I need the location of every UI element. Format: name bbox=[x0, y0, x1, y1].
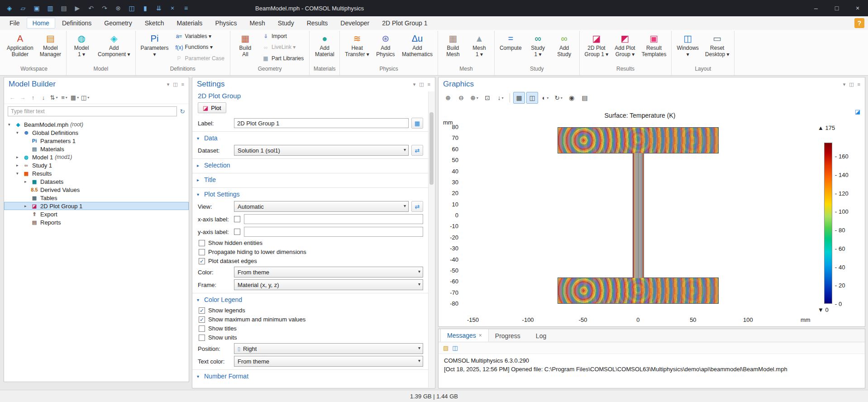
messages-tab[interactable]: Log bbox=[529, 330, 555, 342]
color-theme-button[interactable]: ↻ bbox=[553, 92, 564, 104]
menu-tab[interactable]: 2D Plot Group 1 bbox=[376, 18, 433, 29]
add-material-button[interactable]: ● Add Material bbox=[311, 31, 338, 64]
yaxis-input[interactable] bbox=[244, 227, 423, 237]
delete-icon[interactable]: × bbox=[167, 2, 178, 14]
parameters-button[interactable]: Pi Parameters ▾ bbox=[138, 31, 172, 64]
view-dropdown[interactable]: Automatic bbox=[234, 201, 409, 212]
plot-dataset-edges-checkbox[interactable] bbox=[199, 258, 205, 264]
copy-log-icon[interactable]: ◫ bbox=[452, 345, 458, 351]
float-panel-icon[interactable]: ◫ bbox=[849, 81, 854, 87]
float-panel-icon[interactable]: ◫ bbox=[173, 81, 177, 87]
model-1-button[interactable]: ◍ Model 1 ▾ bbox=[68, 31, 95, 64]
graphics-context-icon[interactable]: ◪ bbox=[855, 108, 860, 115]
menu-tab[interactable]: Developer bbox=[334, 18, 375, 29]
scene-light-button[interactable]: ◐ bbox=[539, 92, 551, 104]
undo-icon[interactable]: ↶ bbox=[85, 2, 97, 14]
open-icon[interactable]: ▱ bbox=[17, 2, 29, 14]
tree-item-results[interactable]: ▾ ▦ Results bbox=[4, 169, 189, 177]
panel-menu-icon[interactable]: ≡ bbox=[428, 81, 430, 87]
expand-icon[interactable]: ▾ bbox=[16, 130, 22, 135]
tree-item-materials[interactable]: ▤ Materials bbox=[4, 145, 189, 153]
plot-group-button[interactable]: ◪ 2D Plot Group 1 ▾ bbox=[582, 31, 612, 64]
tree-item-root[interactable]: ▾ ◈ BeamModel.mph (root) bbox=[4, 120, 189, 129]
tree-item-datasets[interactable]: ▸ ▦ Datasets bbox=[4, 177, 189, 186]
show-hidden-entities-checkbox[interactable] bbox=[199, 240, 205, 246]
move-up-button[interactable]: ↑ bbox=[29, 92, 38, 102]
tree-item-global-definitions[interactable]: ▾ ⊕ Global Definitions bbox=[4, 129, 189, 137]
minimize-button[interactable]: – bbox=[806, 0, 826, 16]
tag-display-button[interactable]: ◫ bbox=[81, 92, 90, 102]
clear-log-icon[interactable]: ▨ bbox=[443, 345, 448, 351]
nav-back-button[interactable]: ← bbox=[8, 92, 17, 102]
menu-tab[interactable]: Mesh bbox=[244, 18, 271, 29]
section-data-header[interactable]: ▾ Data bbox=[192, 133, 429, 143]
show-titles-checkbox[interactable] bbox=[199, 325, 205, 332]
group-nodes-button[interactable]: ▦ bbox=[70, 92, 79, 102]
menu-tab[interactable]: Definitions bbox=[56, 18, 97, 29]
go-to-view-button[interactable]: ⇄ bbox=[411, 201, 423, 212]
variables-button[interactable]: a= Variables ▾ bbox=[172, 31, 228, 42]
go-to-view-button[interactable]: ↓ bbox=[495, 92, 506, 104]
import-button[interactable]: ⇓ Import bbox=[258, 31, 307, 42]
expand-icon[interactable]: ▸ bbox=[24, 204, 30, 208]
tree-item-model-1[interactable]: ▸ ◍ Model 1 (mod1) bbox=[4, 153, 189, 161]
help-icon[interactable]: ? bbox=[854, 18, 864, 28]
position-dropdown[interactable]: ▯ Right bbox=[234, 343, 423, 354]
model-tree-filter-button[interactable]: ⇅ bbox=[49, 92, 58, 102]
settings-scrollbar[interactable] bbox=[428, 91, 434, 388]
tree-item-2d-plot-group-1[interactable]: ▸ ◪ 2D Plot Group 1 bbox=[4, 202, 189, 210]
graphics-canvas[interactable]: Surface: Temperature (K) mm 807060504030… bbox=[439, 104, 865, 326]
collapse-panel-icon[interactable]: ▾ bbox=[167, 81, 170, 87]
section-color-legend-header[interactable]: ▾ Color Legend bbox=[192, 295, 429, 305]
build-mesh-button[interactable]: ▦ Build Mesh bbox=[440, 31, 466, 64]
xaxis-input[interactable] bbox=[244, 214, 423, 224]
reset-desktop-button[interactable]: ▭ Reset Desktop ▾ bbox=[702, 31, 732, 64]
text-color-dropdown[interactable]: From theme bbox=[234, 356, 423, 367]
model-manager-button[interactable]: ▤ Model Manager bbox=[37, 31, 64, 64]
frame-dropdown[interactable]: Material (x, y, z) bbox=[234, 279, 423, 290]
cut-icon[interactable]: ⊗ bbox=[112, 2, 124, 14]
show-units-checkbox[interactable] bbox=[199, 335, 205, 341]
go-to-source-button[interactable]: ⇄ bbox=[411, 145, 423, 156]
tree-item-parameters-1[interactable]: Pi Parameters 1 bbox=[4, 137, 189, 145]
application-builder-button[interactable]: A Application Builder bbox=[4, 31, 37, 64]
collapse-panel-icon[interactable]: ▾ bbox=[413, 81, 416, 87]
menu-tab[interactable]: Sketch bbox=[139, 18, 170, 29]
tree-item-export[interactable]: ⇑ Export bbox=[4, 210, 189, 218]
expand-icon[interactable]: ▸ bbox=[24, 179, 30, 184]
zoom-extents-button[interactable]: ⊡ bbox=[482, 92, 493, 104]
result-templates-button[interactable]: ▣ Result Templates bbox=[639, 31, 670, 64]
menu-tab[interactable]: Study bbox=[272, 18, 300, 29]
livelink-button[interactable]: ∞ LiveLink ▾ bbox=[258, 42, 307, 53]
expand-icon[interactable]: ▸ bbox=[16, 163, 22, 168]
scrollbar-thumb[interactable] bbox=[429, 112, 434, 185]
snapshot-button[interactable]: ◉ bbox=[566, 92, 577, 104]
tree-display-button[interactable]: ≡ bbox=[60, 92, 69, 102]
collapse-panel-icon[interactable]: ▾ bbox=[843, 81, 846, 87]
tree-item-reports[interactable]: ▤ Reports bbox=[4, 218, 189, 226]
close-tab-icon[interactable]: × bbox=[479, 332, 482, 339]
tree-filter-input[interactable] bbox=[8, 106, 177, 116]
move-down-button[interactable]: ↓ bbox=[39, 92, 48, 102]
panel-menu-icon[interactable]: ≡ bbox=[181, 81, 184, 87]
tree-item-derived-values[interactable]: 8.5 Derived Values bbox=[4, 186, 189, 194]
expand-icon[interactable]: ▾ bbox=[8, 122, 14, 127]
section-title-header[interactable]: ▸ Title bbox=[192, 175, 429, 185]
add-study-button[interactable]: ∞ Add Study bbox=[551, 31, 577, 64]
section-number-format-header[interactable]: ▾ Number Format bbox=[192, 371, 429, 381]
menu-tab[interactable]: Geometry bbox=[98, 18, 138, 29]
menu-tab[interactable]: Home bbox=[27, 18, 55, 29]
tree-item-tables[interactable]: ▦ Tables bbox=[4, 194, 189, 202]
save-icon[interactable]: ▣ bbox=[31, 2, 43, 14]
refresh-filter-icon[interactable]: ↻ bbox=[180, 108, 185, 115]
toolbar-separator[interactable] bbox=[510, 93, 510, 102]
expand-icon[interactable]: ▾ bbox=[16, 171, 22, 176]
heat-transfer-button[interactable]: ≋ Heat Transfer ▾ bbox=[342, 31, 372, 64]
compute-button[interactable]: = Compute bbox=[496, 31, 525, 64]
close-button[interactable]: × bbox=[847, 0, 868, 16]
build-all-button[interactable]: ▦ Build All bbox=[232, 31, 258, 64]
menu-tab[interactable]: Physics bbox=[209, 18, 243, 29]
section-selection-header[interactable]: ▸ Selection bbox=[192, 160, 429, 170]
plot-button[interactable]: ◪ Plot bbox=[198, 102, 226, 113]
zoom-box-button[interactable]: ⊕ bbox=[468, 92, 480, 104]
